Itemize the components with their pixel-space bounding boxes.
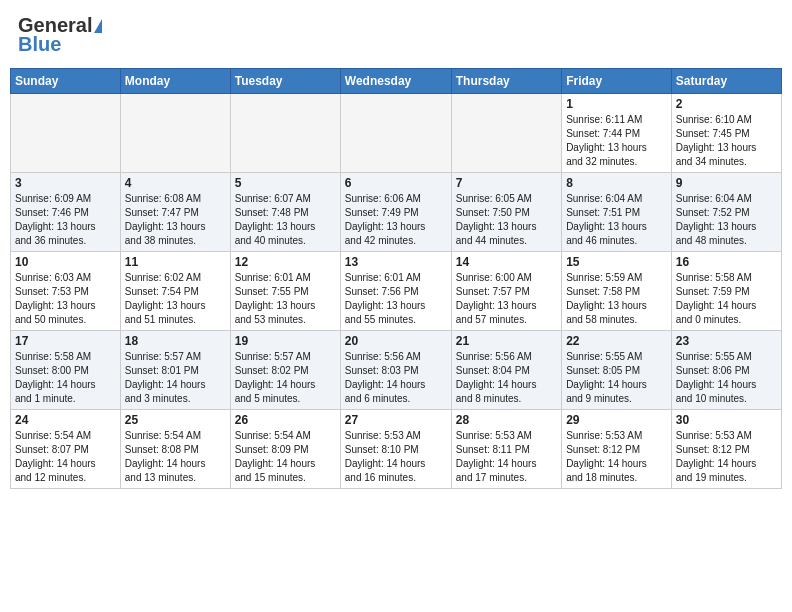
calendar-day-cell <box>120 94 230 173</box>
day-number: 9 <box>676 176 777 190</box>
logo-triangle-icon <box>94 19 102 33</box>
day-of-week-header: Wednesday <box>340 69 451 94</box>
calendar-day-cell: 22Sunrise: 5:55 AM Sunset: 8:05 PM Dayli… <box>562 331 672 410</box>
calendar-day-cell: 15Sunrise: 5:59 AM Sunset: 7:58 PM Dayli… <box>562 252 672 331</box>
day-number: 3 <box>15 176 116 190</box>
calendar-week-row: 17Sunrise: 5:58 AM Sunset: 8:00 PM Dayli… <box>11 331 782 410</box>
calendar-day-cell <box>451 94 561 173</box>
day-info: Sunrise: 6:01 AM Sunset: 7:55 PM Dayligh… <box>235 271 336 327</box>
day-info: Sunrise: 5:55 AM Sunset: 8:05 PM Dayligh… <box>566 350 667 406</box>
calendar-day-cell <box>11 94 121 173</box>
day-info: Sunrise: 5:57 AM Sunset: 8:01 PM Dayligh… <box>125 350 226 406</box>
calendar-day-cell: 19Sunrise: 5:57 AM Sunset: 8:02 PM Dayli… <box>230 331 340 410</box>
calendar-day-cell: 7Sunrise: 6:05 AM Sunset: 7:50 PM Daylig… <box>451 173 561 252</box>
day-info: Sunrise: 6:04 AM Sunset: 7:51 PM Dayligh… <box>566 192 667 248</box>
day-info: Sunrise: 5:54 AM Sunset: 8:09 PM Dayligh… <box>235 429 336 485</box>
day-of-week-header: Saturday <box>671 69 781 94</box>
day-number: 11 <box>125 255 226 269</box>
day-info: Sunrise: 5:56 AM Sunset: 8:03 PM Dayligh… <box>345 350 447 406</box>
day-info: Sunrise: 6:03 AM Sunset: 7:53 PM Dayligh… <box>15 271 116 327</box>
calendar-day-cell: 2Sunrise: 6:10 AM Sunset: 7:45 PM Daylig… <box>671 94 781 173</box>
day-info: Sunrise: 6:07 AM Sunset: 7:48 PM Dayligh… <box>235 192 336 248</box>
day-number: 23 <box>676 334 777 348</box>
calendar-header-row: SundayMondayTuesdayWednesdayThursdayFrid… <box>11 69 782 94</box>
calendar-table: SundayMondayTuesdayWednesdayThursdayFrid… <box>10 68 782 489</box>
day-number: 28 <box>456 413 557 427</box>
page-header: General Blue <box>10 10 782 60</box>
day-info: Sunrise: 6:05 AM Sunset: 7:50 PM Dayligh… <box>456 192 557 248</box>
calendar-week-row: 24Sunrise: 5:54 AM Sunset: 8:07 PM Dayli… <box>11 410 782 489</box>
day-info: Sunrise: 6:10 AM Sunset: 7:45 PM Dayligh… <box>676 113 777 169</box>
calendar-day-cell: 21Sunrise: 5:56 AM Sunset: 8:04 PM Dayli… <box>451 331 561 410</box>
day-number: 1 <box>566 97 667 111</box>
day-number: 21 <box>456 334 557 348</box>
day-number: 7 <box>456 176 557 190</box>
day-info: Sunrise: 5:53 AM Sunset: 8:10 PM Dayligh… <box>345 429 447 485</box>
day-info: Sunrise: 6:06 AM Sunset: 7:49 PM Dayligh… <box>345 192 447 248</box>
calendar-day-cell: 27Sunrise: 5:53 AM Sunset: 8:10 PM Dayli… <box>340 410 451 489</box>
calendar-day-cell: 14Sunrise: 6:00 AM Sunset: 7:57 PM Dayli… <box>451 252 561 331</box>
calendar-day-cell: 18Sunrise: 5:57 AM Sunset: 8:01 PM Dayli… <box>120 331 230 410</box>
calendar-day-cell: 4Sunrise: 6:08 AM Sunset: 7:47 PM Daylig… <box>120 173 230 252</box>
day-number: 14 <box>456 255 557 269</box>
day-number: 19 <box>235 334 336 348</box>
calendar-week-row: 3Sunrise: 6:09 AM Sunset: 7:46 PM Daylig… <box>11 173 782 252</box>
day-number: 10 <box>15 255 116 269</box>
day-info: Sunrise: 5:57 AM Sunset: 8:02 PM Dayligh… <box>235 350 336 406</box>
day-info: Sunrise: 5:58 AM Sunset: 7:59 PM Dayligh… <box>676 271 777 327</box>
calendar-day-cell <box>230 94 340 173</box>
calendar-day-cell: 13Sunrise: 6:01 AM Sunset: 7:56 PM Dayli… <box>340 252 451 331</box>
calendar-day-cell: 26Sunrise: 5:54 AM Sunset: 8:09 PM Dayli… <box>230 410 340 489</box>
calendar-day-cell: 10Sunrise: 6:03 AM Sunset: 7:53 PM Dayli… <box>11 252 121 331</box>
day-number: 30 <box>676 413 777 427</box>
day-info: Sunrise: 6:02 AM Sunset: 7:54 PM Dayligh… <box>125 271 226 327</box>
day-info: Sunrise: 5:53 AM Sunset: 8:12 PM Dayligh… <box>676 429 777 485</box>
day-info: Sunrise: 6:00 AM Sunset: 7:57 PM Dayligh… <box>456 271 557 327</box>
calendar-day-cell: 30Sunrise: 5:53 AM Sunset: 8:12 PM Dayli… <box>671 410 781 489</box>
day-number: 4 <box>125 176 226 190</box>
calendar-day-cell: 12Sunrise: 6:01 AM Sunset: 7:55 PM Dayli… <box>230 252 340 331</box>
logo: General Blue <box>18 14 102 56</box>
day-number: 15 <box>566 255 667 269</box>
day-info: Sunrise: 5:59 AM Sunset: 7:58 PM Dayligh… <box>566 271 667 327</box>
day-number: 5 <box>235 176 336 190</box>
day-number: 17 <box>15 334 116 348</box>
day-of-week-header: Monday <box>120 69 230 94</box>
day-of-week-header: Tuesday <box>230 69 340 94</box>
day-of-week-header: Thursday <box>451 69 561 94</box>
day-info: Sunrise: 6:04 AM Sunset: 7:52 PM Dayligh… <box>676 192 777 248</box>
day-info: Sunrise: 5:55 AM Sunset: 8:06 PM Dayligh… <box>676 350 777 406</box>
calendar-day-cell: 11Sunrise: 6:02 AM Sunset: 7:54 PM Dayli… <box>120 252 230 331</box>
calendar-day-cell: 1Sunrise: 6:11 AM Sunset: 7:44 PM Daylig… <box>562 94 672 173</box>
day-info: Sunrise: 5:53 AM Sunset: 8:12 PM Dayligh… <box>566 429 667 485</box>
day-number: 24 <box>15 413 116 427</box>
calendar-day-cell: 5Sunrise: 6:07 AM Sunset: 7:48 PM Daylig… <box>230 173 340 252</box>
calendar-day-cell: 16Sunrise: 5:58 AM Sunset: 7:59 PM Dayli… <box>671 252 781 331</box>
calendar-week-row: 10Sunrise: 6:03 AM Sunset: 7:53 PM Dayli… <box>11 252 782 331</box>
day-number: 16 <box>676 255 777 269</box>
day-info: Sunrise: 6:11 AM Sunset: 7:44 PM Dayligh… <box>566 113 667 169</box>
day-of-week-header: Friday <box>562 69 672 94</box>
day-number: 27 <box>345 413 447 427</box>
logo-blue: Blue <box>18 33 61 56</box>
calendar-day-cell: 28Sunrise: 5:53 AM Sunset: 8:11 PM Dayli… <box>451 410 561 489</box>
day-info: Sunrise: 6:09 AM Sunset: 7:46 PM Dayligh… <box>15 192 116 248</box>
day-info: Sunrise: 5:54 AM Sunset: 8:07 PM Dayligh… <box>15 429 116 485</box>
day-number: 12 <box>235 255 336 269</box>
day-of-week-header: Sunday <box>11 69 121 94</box>
day-info: Sunrise: 6:08 AM Sunset: 7:47 PM Dayligh… <box>125 192 226 248</box>
calendar-week-row: 1Sunrise: 6:11 AM Sunset: 7:44 PM Daylig… <box>11 94 782 173</box>
day-info: Sunrise: 5:56 AM Sunset: 8:04 PM Dayligh… <box>456 350 557 406</box>
day-number: 22 <box>566 334 667 348</box>
day-info: Sunrise: 5:54 AM Sunset: 8:08 PM Dayligh… <box>125 429 226 485</box>
day-info: Sunrise: 5:53 AM Sunset: 8:11 PM Dayligh… <box>456 429 557 485</box>
day-number: 18 <box>125 334 226 348</box>
day-info: Sunrise: 5:58 AM Sunset: 8:00 PM Dayligh… <box>15 350 116 406</box>
calendar-day-cell: 24Sunrise: 5:54 AM Sunset: 8:07 PM Dayli… <box>11 410 121 489</box>
day-number: 2 <box>676 97 777 111</box>
calendar-day-cell: 29Sunrise: 5:53 AM Sunset: 8:12 PM Dayli… <box>562 410 672 489</box>
day-number: 8 <box>566 176 667 190</box>
calendar-day-cell: 20Sunrise: 5:56 AM Sunset: 8:03 PM Dayli… <box>340 331 451 410</box>
calendar-day-cell: 6Sunrise: 6:06 AM Sunset: 7:49 PM Daylig… <box>340 173 451 252</box>
day-number: 20 <box>345 334 447 348</box>
